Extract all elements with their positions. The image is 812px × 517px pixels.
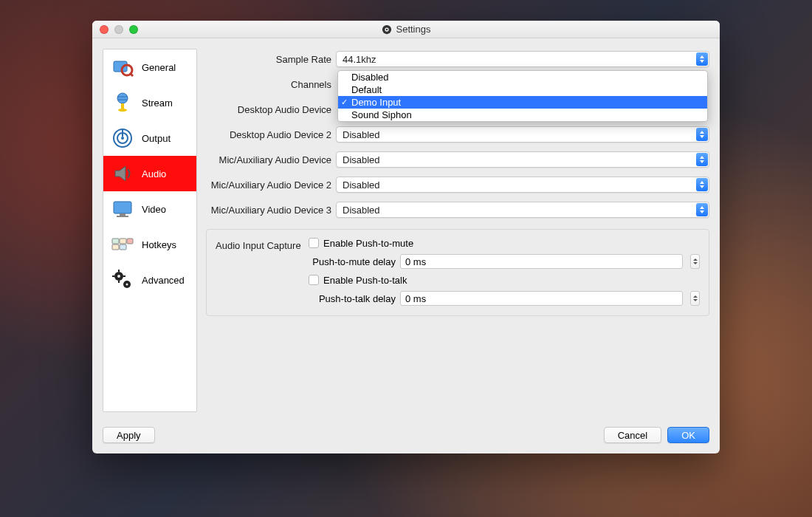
push-to-mute-delay-stepper[interactable] [690,254,700,269]
settings-window: Settings General Stream Output [92,21,720,453]
push-to-talk-delay-stepper[interactable] [690,291,700,306]
sidebar-item-label: Video [142,204,166,215]
svg-point-2 [385,28,388,30]
traffic-lights [100,25,138,34]
hotkeys-icon [111,233,134,256]
general-icon [111,55,134,79]
popup-arrows-icon [696,153,708,166]
svg-rect-16 [120,213,125,216]
mic-aux-2-value: Disabled [343,179,380,191]
cancel-button[interactable]: Cancel [604,427,661,443]
svg-point-10 [118,109,127,112]
sidebar-item-label: Advanced [142,275,185,286]
ok-button[interactable]: OK [667,427,709,443]
mic-aux-3-label: Mic/Auxiliary Audio Device 3 [206,205,331,216]
sidebar-item-hotkeys[interactable]: Hotkeys [103,227,196,262]
mic-aux-2-label: Mic/Auxiliary Audio Device 2 [206,179,331,191]
output-icon [111,126,134,150]
dropdown-option-sound-siphon[interactable]: Sound Siphon [338,109,707,121]
svg-point-13 [121,137,124,140]
svg-rect-25 [118,270,120,272]
popup-arrows-icon [696,178,708,191]
desktop-audio-2-popup[interactable]: Disabled [336,126,709,143]
push-to-talk-checkbox[interactable] [309,275,319,285]
mic-aux-3-value: Disabled [343,205,380,216]
mic-aux-3-popup[interactable]: Disabled [336,202,709,218]
push-to-talk-delay-label: Push-to-talk delay [309,293,396,304]
push-to-mute-delay-label: Push-to-mute delay [309,256,396,267]
dropdown-option-disabled[interactable]: Disabled [338,71,707,83]
push-to-mute-delay-field[interactable]: 0 ms [400,254,683,269]
minimize-button[interactable] [114,25,123,34]
push-to-talk-delay-value: 0 ms [405,293,426,304]
advanced-icon [111,268,134,292]
dropdown-option-default[interactable]: Default [338,83,707,96]
zoom-button[interactable] [129,25,138,34]
sidebar-item-label: Output [142,133,171,144]
sidebar-item-label: Stream [142,97,173,109]
button-bar: Apply Cancel OK [92,422,720,453]
sidebar-item-audio[interactable]: Audio [103,156,196,191]
svg-point-24 [117,275,120,278]
sidebar-item-general[interactable]: General [103,49,196,85]
close-button[interactable] [100,25,109,34]
sidebar-item-label: Hotkeys [142,239,176,250]
push-to-mute-label: Enable Push-to-mute [323,238,413,249]
svg-rect-17 [117,216,128,217]
svg-rect-22 [120,244,126,250]
channels-label: Channels [206,79,331,90]
desktop-audio-dropdown[interactable]: Disabled Default Demo Input Sound Siphon [337,70,708,122]
window-title: Settings [396,24,431,35]
svg-point-30 [126,284,128,286]
svg-point-6 [117,93,128,103]
svg-point-1 [385,27,388,31]
desktop-background: Settings General Stream Output [0,0,812,517]
svg-rect-28 [123,275,125,277]
dropdown-option-demo-input[interactable]: Demo Input [338,96,707,109]
sidebar-item-stream[interactable]: Stream [103,85,196,120]
push-to-talk-label: Enable Push-to-talk [323,275,407,286]
audio-icon [111,162,134,185]
mic-aux-1-value: Disabled [343,154,380,165]
sidebar-item-label: Audio [142,168,166,179]
stream-icon [111,91,134,114]
settings-sidebar: General Stream Output Audio Video [103,49,197,412]
svg-rect-18 [112,239,119,244]
titlebar[interactable]: Settings [92,21,720,38]
desktop-audio-label: Desktop Audio Device [206,104,331,115]
svg-rect-21 [112,244,119,250]
popup-arrows-icon [696,203,708,216]
apply-button[interactable]: Apply [103,427,155,443]
svg-rect-19 [120,239,126,244]
sample-rate-popup[interactable]: 44.1khz [336,51,709,67]
sidebar-item-label: General [142,62,176,73]
push-to-talk-delay-field[interactable]: 0 ms [400,291,683,306]
sample-rate-value: 44.1khz [343,54,376,65]
popup-arrows-icon [696,52,708,66]
svg-rect-27 [112,275,114,277]
mic-aux-1-label: Mic/Auxiliary Audio Device [206,154,331,165]
sidebar-item-output[interactable]: Output [103,120,196,156]
desktop-audio-2-value: Disabled [343,129,380,140]
svg-line-5 [130,73,133,76]
push-to-mute-delay-value: 0 ms [405,256,426,267]
popup-arrows-icon [696,128,708,141]
video-icon [111,197,134,221]
sidebar-item-video[interactable]: Video [103,191,196,227]
sample-rate-label: Sample Rate [206,54,331,65]
obs-app-icon [382,24,392,35]
desktop-audio-2-label: Desktop Audio Device 2 [206,129,331,140]
sidebar-item-advanced[interactable]: Advanced [103,262,196,298]
svg-rect-20 [127,239,133,244]
svg-rect-9 [121,103,124,109]
settings-content: Sample Rate 44.1khz Channels Desktop Aud… [206,49,709,412]
svg-point-0 [382,24,390,33]
audio-input-capture-group: Audio Input Capture Enable Push-to-mute … [206,229,709,316]
mic-aux-2-popup[interactable]: Disabled [336,177,709,193]
svg-rect-26 [118,281,120,283]
svg-rect-15 [114,202,131,213]
audio-input-capture-label: Audio Input Capture [216,236,301,307]
mic-aux-1-popup[interactable]: Disabled [336,151,709,168]
push-to-mute-checkbox[interactable] [309,238,319,248]
